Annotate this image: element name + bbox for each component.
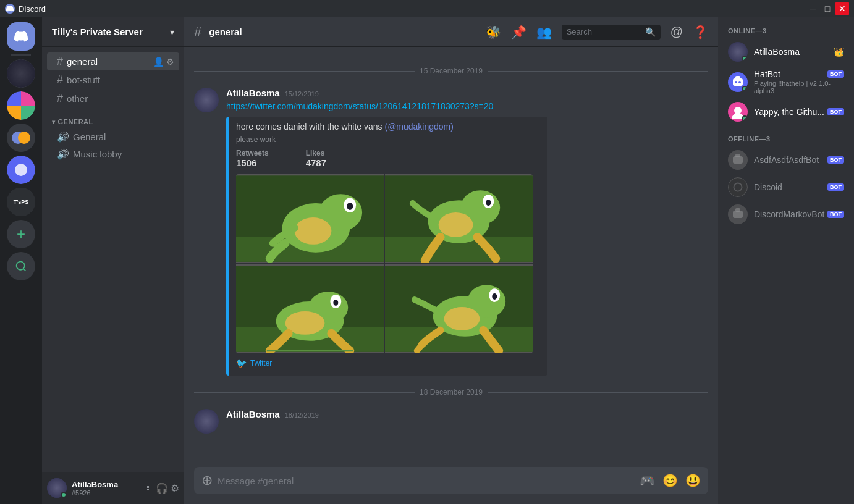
- chevron-down-icon: ▾: [170, 27, 174, 37]
- divider-line-left-2: [194, 392, 415, 393]
- add-server-button[interactable]: +: [7, 220, 35, 248]
- member-hatbot[interactable]: HatBot BOT Playing !!hathelp | v2.1.0-al…: [723, 65, 849, 98]
- user-controls: 🎙 🎧 ⚙: [143, 482, 179, 494]
- voice-category-label: General: [58, 118, 93, 125]
- twitter-embed: here comes daniel with the white vans (@…: [226, 117, 547, 376]
- search-box[interactable]: 🔍: [562, 25, 661, 40]
- member-name-row-yappy: Yappy, the Githu... BOT: [754, 107, 844, 117]
- message-input[interactable]: [218, 469, 635, 492]
- asdf-badge: BOT: [827, 156, 844, 164]
- message-header-2: AtillaBosma 18/12/2019: [226, 409, 708, 419]
- hash-icon: #: [57, 55, 63, 68]
- embed-footer: 🐦 Twitter: [236, 358, 538, 368]
- channel-item-bot-stuff[interactable]: # bot-stuff: [47, 71, 179, 89]
- speaker-icon-2: 🔊: [57, 148, 69, 160]
- chat-header: # general 🐝 📌 👥 🔍 @ ❓: [184, 17, 718, 47]
- server-icon-4[interactable]: [7, 156, 35, 184]
- members-icon[interactable]: 👥: [536, 25, 552, 40]
- server-header[interactable]: Tilly's Private Server ▾: [42, 17, 184, 47]
- message-avatar-2: [194, 409, 219, 434]
- svg-point-0: [17, 262, 25, 270]
- status-dot-hatbot: [742, 86, 748, 92]
- member-asdf[interactable]: AsdfAsdfAsdfBot BOT: [723, 146, 849, 174]
- channel-name-other: other: [67, 93, 174, 104]
- add-user-icon[interactable]: 👤: [153, 57, 164, 67]
- channel-item-music-lobby[interactable]: 🔊 Music lobby: [47, 146, 179, 162]
- message-group-1: AtillaBosma 15/12/2019 https://twitter.c…: [184, 85, 718, 378]
- svg-point-21: [333, 300, 338, 306]
- voice-category[interactable]: ▾ General: [42, 108, 184, 128]
- crown-icon: 👑: [834, 47, 844, 57]
- member-yappy[interactable]: Yappy, the Githu... BOT: [723, 98, 849, 125]
- channel-sidebar: Tilly's Private Server ▾ # general 👤 ⚙ #…: [42, 17, 184, 504]
- home-server-icon[interactable]: [7, 22, 35, 51]
- settings-icon[interactable]: ⚙: [171, 482, 179, 494]
- user-name: AtillaBosma: [72, 480, 138, 489]
- offline-section: OFFLINE—3 AsdfAsdfAsdfBot BOT: [723, 135, 849, 228]
- retweets-label: Retweets: [236, 149, 269, 158]
- server-name: Tilly's Private Server: [52, 27, 143, 37]
- sticker-icon[interactable]: 😊: [662, 473, 678, 488]
- find-server-button[interactable]: [7, 252, 35, 280]
- svg-point-8: [295, 217, 332, 245]
- microphone-icon[interactable]: 🎙: [143, 482, 153, 494]
- titlebar-controls: ─ □ ✕: [806, 2, 849, 15]
- gear-icon[interactable]: ⚙: [166, 57, 174, 67]
- member-discoid[interactable]: Discoid BOT: [723, 174, 849, 201]
- maximize-button[interactable]: □: [821, 2, 834, 15]
- message-group-2: AtillaBosma 18/12/2019: [184, 406, 718, 436]
- message-content-2: AtillaBosma 18/12/2019: [226, 409, 708, 434]
- attachment-icon[interactable]: ⊕: [201, 472, 213, 489]
- chat-input-box: ⊕ 🎮 😊 😃: [194, 467, 708, 494]
- channel-name-bot-stuff: bot-stuff: [67, 75, 174, 85]
- gif-icon[interactable]: 🎮: [640, 473, 655, 488]
- channel-item-other[interactable]: # other: [47, 90, 179, 107]
- channel-name-general: general: [67, 56, 150, 67]
- server-icon-3[interactable]: [7, 124, 35, 152]
- mention-icon[interactable]: @: [670, 25, 683, 39]
- svg-point-7: [347, 203, 353, 210]
- embed-image-3: [236, 264, 384, 353]
- member-avatar-discoid: [728, 177, 748, 197]
- embed-images: [236, 174, 533, 353]
- member-info-hatbot: HatBot BOT Playing !!hathelp | v2.1.0-al…: [754, 69, 844, 94]
- user-info: AtillaBosma #5926: [72, 480, 138, 497]
- member-atilla[interactable]: AtillaBosma 👑: [723, 38, 849, 65]
- server-icon-1[interactable]: [7, 59, 35, 88]
- server-divider: [11, 54, 31, 56]
- headset-icon[interactable]: 🎧: [156, 482, 168, 494]
- member-markov[interactable]: DiscordMarkovBot BOT: [723, 201, 849, 228]
- message-author-2[interactable]: AtillaBosma: [226, 409, 280, 419]
- hash-icon-3: #: [57, 92, 63, 105]
- member-info-yappy: Yappy, the Githu... BOT: [754, 107, 844, 117]
- date-label-dec15: 15 December 2019: [420, 67, 483, 75]
- message-author-1[interactable]: AtillaBosma: [226, 88, 280, 98]
- channel-item-general-voice[interactable]: 🔊 General: [47, 128, 179, 145]
- emoji-icon[interactable]: 😃: [685, 473, 701, 488]
- boost-icon[interactable]: 🐝: [486, 25, 501, 40]
- channel-hash-icon: #: [194, 24, 201, 40]
- titlebar-left: Discord: [5, 4, 46, 14]
- svg-point-33: [735, 81, 737, 83]
- member-name-yappy: Yappy, the Githu...: [754, 107, 825, 117]
- discoid-badge: BOT: [827, 183, 844, 191]
- channel-name-general-voice: General: [73, 132, 174, 142]
- channel-item-general[interactable]: # general 👤 ⚙: [47, 52, 179, 70]
- search-input[interactable]: [567, 27, 641, 36]
- chat-input-icons: 🎮 😊 😃: [640, 473, 701, 488]
- server-icon-5[interactable]: T'sPS: [7, 188, 35, 216]
- pin-icon[interactable]: 📌: [511, 25, 526, 40]
- server-icon-2[interactable]: [7, 91, 35, 120]
- member-avatar-yappy: [728, 102, 748, 122]
- hatbot-badge: BOT: [827, 70, 844, 78]
- close-button[interactable]: ✕: [835, 2, 849, 15]
- members-list: ONLINE—3 AtillaBosma 👑 HatBot: [718, 17, 854, 504]
- message-header-1: AtillaBosma 15/12/2019: [226, 88, 708, 98]
- server-avatar-2: [7, 91, 35, 120]
- minimize-button[interactable]: ─: [806, 2, 819, 15]
- help-icon[interactable]: ❓: [693, 25, 708, 40]
- message-link-1[interactable]: https://twitter.com/mudakingdom/status/1…: [226, 101, 493, 111]
- user-avatar: [47, 478, 67, 498]
- channel-list: # general 👤 ⚙ # bot-stuff # other ▾ Gene…: [42, 47, 184, 472]
- server-avatar-3: [7, 124, 35, 152]
